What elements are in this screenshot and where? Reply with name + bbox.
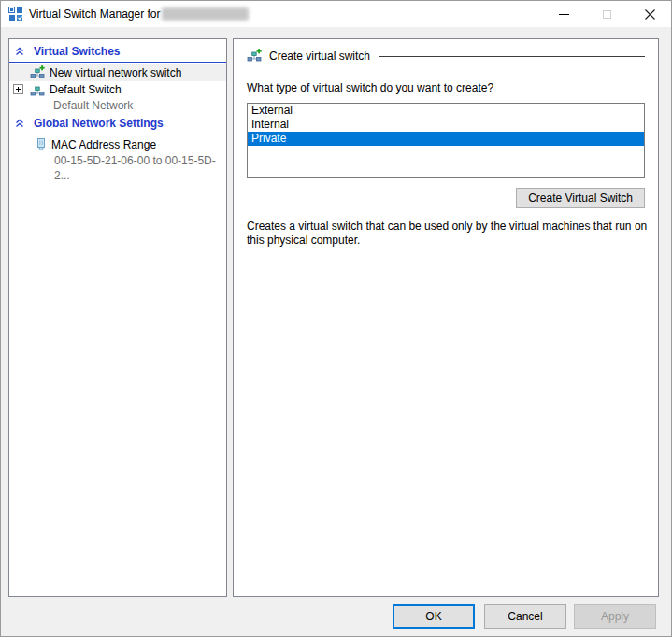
ok-button[interactable]: OK bbox=[393, 604, 475, 629]
virtual-switch-manager-window: Virtual Switch Manager for Virtual Switc… bbox=[0, 0, 672, 637]
minimize-icon bbox=[559, 14, 569, 15]
create-virtual-switch-panel: Create virtual switch What type of virtu… bbox=[233, 38, 659, 597]
window-title: Virtual Switch Manager for bbox=[29, 7, 161, 21]
maximize-icon bbox=[603, 10, 611, 19]
list-item-external[interactable]: External bbox=[248, 104, 644, 118]
section-divider bbox=[9, 134, 226, 134]
sidebar-item-label: New virtual network switch bbox=[50, 66, 181, 79]
cancel-button[interactable]: Cancel bbox=[484, 604, 566, 629]
create-virtual-switch-icon bbox=[247, 49, 262, 64]
maximize-button bbox=[585, 1, 628, 27]
section-divider bbox=[9, 62, 226, 63]
sidebar-item-new-virtual-switch[interactable]: New virtual network switch bbox=[9, 64, 226, 81]
virtual-switch-icon bbox=[30, 82, 45, 97]
sidebar-item-label: Default Switch bbox=[50, 83, 122, 96]
minimize-button[interactable] bbox=[542, 1, 585, 27]
panel-title: Create virtual switch bbox=[269, 50, 370, 63]
sidebar-item-label: MAC Address Range bbox=[51, 138, 156, 151]
section-virtual-switches[interactable]: Virtual Switches bbox=[9, 44, 226, 59]
section-label: Virtual Switches bbox=[34, 45, 120, 58]
sidebar-subitem-mac-range-value: 00-15-5D-21-06-00 to 00-15-5D-2... bbox=[9, 153, 226, 168]
titlebar: Virtual Switch Manager for bbox=[1, 1, 671, 27]
new-virtual-switch-icon bbox=[30, 65, 45, 80]
switch-type-description: Creates a virtual switch that can be use… bbox=[247, 219, 651, 248]
mac-address-icon bbox=[36, 137, 47, 152]
sidebar-subitem-default-network[interactable]: Default Network bbox=[9, 98, 226, 113]
apply-button: Apply bbox=[574, 604, 656, 629]
sidebar-tree-panel: Virtual Switches New virtual network swi… bbox=[8, 38, 227, 597]
sidebar-item-mac-address-range[interactable]: MAC Address Range bbox=[9, 136, 226, 153]
close-button[interactable] bbox=[628, 1, 671, 27]
collapse-chevron-icon bbox=[15, 119, 24, 128]
switch-type-question: What type of virtual switch do you want … bbox=[247, 81, 645, 94]
list-item-internal[interactable]: Internal bbox=[248, 118, 644, 132]
list-item-private[interactable]: Private bbox=[248, 132, 644, 146]
section-label: Global Network Settings bbox=[34, 117, 164, 130]
expand-plus-icon[interactable] bbox=[13, 84, 23, 94]
app-icon bbox=[8, 7, 23, 21]
switch-type-listbox[interactable]: External Internal Private bbox=[247, 103, 645, 178]
panel-header: Create virtual switch bbox=[247, 49, 645, 64]
redacted-computer-name bbox=[162, 7, 249, 21]
header-rule bbox=[379, 56, 645, 57]
close-icon bbox=[645, 9, 655, 20]
section-global-network-settings[interactable]: Global Network Settings bbox=[9, 116, 226, 131]
create-virtual-switch-button[interactable]: Create Virtual Switch bbox=[516, 188, 645, 208]
collapse-chevron-icon bbox=[15, 47, 24, 56]
sidebar-item-default-switch[interactable]: Default Switch bbox=[9, 81, 226, 98]
